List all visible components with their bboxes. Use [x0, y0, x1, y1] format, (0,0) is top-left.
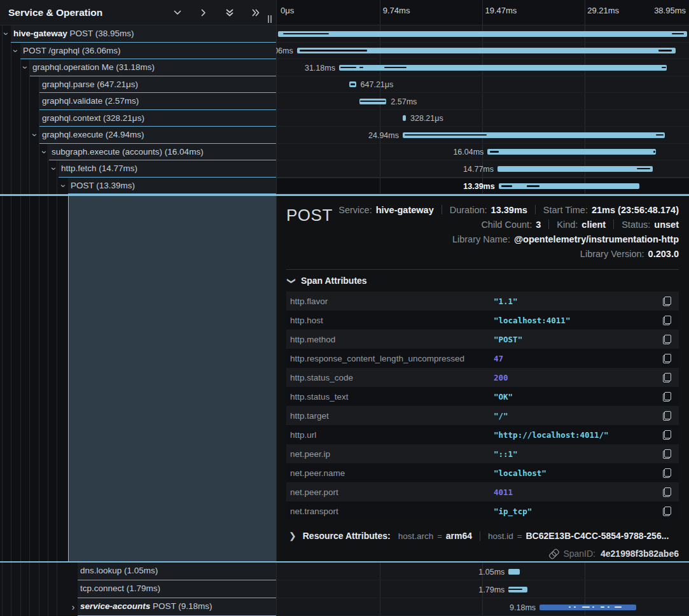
span-duration-bar[interactable]	[349, 81, 356, 87]
attribute-key: net.peer.ip	[290, 449, 330, 459]
meta-label: Service:	[338, 205, 372, 215]
span-label[interactable]: graphql.context (328.21μs)	[39, 110, 276, 127]
collapse-chevron-icon[interactable]: ›	[32, 127, 38, 144]
collapse-chevron-icon[interactable]: ›	[60, 178, 67, 195]
duration-label: 328.21μs	[410, 114, 443, 123]
resource-attributes-row[interactable]: ❯ Resource Attributes: host.arch=arm64ho…	[286, 528, 679, 543]
span-label[interactable]: hive-gateway POST (38.95ms)	[11, 25, 276, 43]
timeline-cell[interactable]: 36.06ms	[276, 43, 689, 60]
copy-icon[interactable]	[663, 468, 671, 478]
attribute-row: net.peer.port4011	[286, 482, 679, 501]
attribute-value: "ip_tcp"	[494, 507, 532, 516]
timeline-tick: 0μs	[281, 6, 294, 15]
child-span-marker	[653, 151, 655, 153]
link-icon[interactable]	[546, 547, 560, 560]
attribute-key: net.peer.name	[290, 468, 345, 478]
collapse-chevron-icon[interactable]: ›	[41, 144, 48, 161]
span-duration-bar[interactable]	[498, 166, 653, 172]
span-label[interactable]: dns.lookup (1.05ms)	[78, 563, 276, 580]
timeline-cell[interactable]: 38.95ms	[276, 25, 689, 43]
attribute-value: "::1"	[494, 449, 518, 459]
child-span-marker	[608, 606, 609, 608]
copy-icon[interactable]	[663, 487, 671, 497]
copy-icon[interactable]	[663, 449, 671, 459]
attribute-value: "localhost:4011"	[494, 316, 570, 325]
expand-chevron-icon[interactable]: ›	[70, 598, 76, 616]
timeline-cell[interactable]: 1.05ms	[276, 563, 689, 580]
span-duration-bar[interactable]	[487, 149, 656, 155]
span-tree-cell: ›service-accounts POST (9.18ms)	[0, 598, 276, 616]
span-label[interactable]: graphql.execute (24.94ms)	[39, 127, 276, 144]
copy-icon[interactable]	[663, 373, 671, 382]
span-duration-bar[interactable]	[539, 605, 636, 610]
separator	[548, 220, 549, 229]
timeline-cell[interactable]: 9.18ms	[276, 598, 689, 616]
timeline-cell[interactable]: 13.39ms	[276, 178, 689, 195]
double-chevron-right-icon[interactable]	[251, 8, 261, 18]
attribute-value: 47	[494, 354, 503, 363]
operation-name: POST (38.95ms)	[70, 29, 134, 38]
timeline-cell[interactable]: 1.79ms	[276, 580, 689, 598]
copy-icon[interactable]	[663, 392, 671, 402]
double-chevron-down-icon[interactable]	[225, 8, 235, 18]
span-label[interactable]: service-accounts POST (9.18ms)	[78, 598, 276, 616]
span-label[interactable]: tcp.connect (1.79ms)	[78, 580, 276, 598]
copy-icon[interactable]	[663, 316, 671, 325]
meta-label: Library Version:	[580, 249, 644, 259]
timeline-tick: 38.95ms	[654, 6, 686, 15]
chevron-down-icon[interactable]	[172, 8, 183, 18]
collapse-chevron-icon[interactable]: ›	[51, 160, 57, 178]
copy-icon[interactable]	[663, 411, 671, 421]
collapse-chevron-icon[interactable]: ›	[13, 43, 19, 60]
span-label[interactable]: graphql.operation Me (31.18ms)	[30, 59, 276, 76]
span-label[interactable]: POST (13.39ms)	[68, 178, 276, 195]
span-duration-bar[interactable]	[403, 115, 406, 121]
span-duration-bar[interactable]	[297, 48, 676, 53]
timeline-cell[interactable]: 16.04ms	[276, 144, 689, 161]
timeline-cell[interactable]: 328.21μs	[276, 110, 689, 127]
child-span-marker	[351, 83, 355, 85]
span-duration-bar[interactable]	[508, 569, 519, 575]
span-tree-cell: ›graphql.operation Me (31.18ms)	[0, 59, 276, 76]
span-duration-bar[interactable]	[508, 587, 527, 592]
resource-value: BC62E13B-C4CC-5854-9788-256...	[525, 531, 669, 541]
copy-icon[interactable]	[663, 507, 671, 516]
timeline-cell[interactable]: 14.77ms	[276, 160, 689, 178]
span-label[interactable]: graphql.validate (2.57ms)	[39, 93, 276, 110]
child-span-marker	[592, 606, 594, 608]
copy-icon[interactable]	[663, 430, 671, 440]
timeline-cell[interactable]: 31.18ms	[276, 59, 689, 76]
child-span-marker	[582, 606, 590, 608]
copy-icon[interactable]	[663, 354, 671, 363]
detail-meta-line: Child Count:3Kind:clientStatus:unset	[481, 217, 679, 232]
chevron-right-icon[interactable]	[198, 8, 209, 18]
span-label[interactable]: subgraph.execute (accounts) (16.04ms)	[49, 144, 276, 161]
span-label[interactable]: POST /graphql (36.06ms)	[20, 43, 276, 60]
copy-icon[interactable]	[663, 335, 671, 344]
selected-span-indent-area	[0, 196, 276, 561]
span-label[interactable]: graphql.parse (647.21μs)	[39, 76, 276, 94]
span-duration-bar[interactable]	[403, 132, 665, 138]
copy-icon[interactable]	[663, 297, 671, 306]
span-duration-bar[interactable]	[278, 31, 687, 37]
span-duration-bar[interactable]	[339, 65, 667, 71]
detail-meta-line: Library Name:@opentelemetry/instrumentat…	[452, 232, 679, 246]
attribute-row: http.status_text"OK"	[286, 387, 679, 406]
operation-name: subgraph.execute (accounts) (16.04ms)	[52, 147, 204, 157]
timeline-cell[interactable]: 647.21μs	[276, 76, 689, 94]
child-span-marker	[527, 185, 539, 187]
collapse-chevron-icon[interactable]: ›	[22, 59, 29, 76]
span-attributes-header[interactable]: ❯ Span Attributes	[286, 270, 679, 291]
span-duration-bar[interactable]	[359, 99, 386, 104]
meta-value: 13.39ms	[491, 205, 527, 215]
timeline-cell[interactable]: 2.57ms	[276, 93, 689, 110]
span-label[interactable]: http.fetch (14.77ms)	[59, 160, 276, 178]
collapse-chevron-icon[interactable]: ›	[3, 25, 10, 43]
span-duration-bar[interactable]	[499, 183, 639, 189]
panel-resize-handle[interactable]	[268, 15, 274, 23]
operation-name: POST (13.39ms)	[71, 181, 135, 190]
separator	[480, 531, 480, 541]
attribute-key: http.url	[290, 430, 316, 440]
timeline-cell[interactable]: 24.94ms	[276, 127, 689, 144]
attribute-key: net.peer.port	[290, 487, 338, 497]
